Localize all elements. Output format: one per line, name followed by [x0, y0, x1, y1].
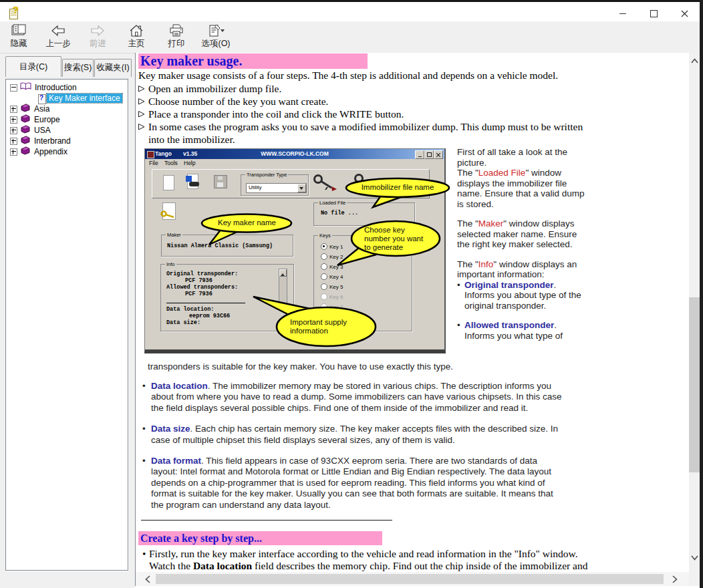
step-arrow-icon — [138, 86, 145, 92]
home-button[interactable]: 主页 — [122, 23, 151, 51]
tango-title-bar: Tango v1.35 WWW.SCORPIO-LK.COM — [145, 149, 444, 159]
scroll-up-icon — [279, 269, 287, 277]
help-file-icon: ? — [9, 7, 20, 19]
tab-contents[interactable]: 目录(C) — [5, 56, 61, 77]
tree-label: Appendix — [32, 147, 69, 156]
transponder-type-group: Transponder Type Utility — [241, 174, 309, 196]
expand-expander-icon[interactable] — [10, 148, 17, 156]
maker-ref: Maker — [478, 218, 504, 229]
scroll-right-icon[interactable] — [672, 575, 678, 583]
side-bullet: Allowed transponder. Informs you what ty… — [457, 320, 587, 341]
usage-steps: Open an immobilizer dump file. Choose nu… — [138, 82, 594, 146]
scroll-left-icon[interactable] — [145, 575, 150, 583]
expand-expander-icon[interactable] — [10, 138, 17, 145]
maximize-button[interactable] — [638, 4, 669, 23]
side-paragraph: The "Maker" window displays selected mak… — [457, 218, 587, 250]
horizontal-rule — [141, 520, 392, 521]
help-viewer-window: ? 隐藏 上一步 前进 — [0, 0, 703, 588]
transponder-type-label: Transponder Type — [245, 172, 288, 178]
side-explanation: First of all take a look at the picture.… — [457, 147, 587, 341]
minimize-button[interactable] — [607, 4, 638, 23]
info-label: Info — [165, 261, 176, 267]
tab-favorites[interactable]: 收藏夹(I) — [94, 59, 132, 77]
home-label: 主页 — [128, 39, 145, 48]
print-button[interactable]: 打印 — [162, 23, 191, 51]
closed-book-icon — [20, 146, 31, 157]
tree-item-asia[interactable]: Asia — [7, 104, 127, 114]
tab-search-label: 搜索(S) — [64, 63, 92, 72]
tree-item-key-maker-interface[interactable]: ? Key Maker interface — [7, 93, 127, 104]
tree-item-interbrand[interactable]: Interbrand — [7, 136, 127, 146]
horizontal-scroll-thumb[interactable] — [156, 574, 664, 584]
horizontal-scrollbar[interactable] — [136, 572, 689, 586]
tree-item-europe[interactable]: Europe — [7, 114, 127, 125]
tree-label-selected: Key Maker interface — [47, 94, 122, 103]
tree-label: Europe — [32, 115, 62, 124]
side-paragraph: The "Loaded File" window displays the im… — [457, 168, 587, 209]
forward-button: 前进 — [83, 23, 112, 51]
expand-expander-icon[interactable] — [10, 106, 17, 113]
collapse-expander-icon[interactable] — [10, 84, 17, 92]
tab-contents-label: 目录(C) — [19, 62, 47, 71]
navigation-pane: 目录(C) 搜索(S) 收藏夹(I) Introduction ? Key Ma… — [0, 53, 135, 588]
expand-expander-icon[interactable] — [10, 127, 17, 134]
desktop-edge-right — [700, 0, 703, 588]
open-file-icon — [187, 174, 198, 189]
tree-label: Introduction — [33, 83, 79, 92]
close-icon — [681, 10, 688, 17]
expand-expander-icon[interactable] — [10, 116, 17, 124]
info-line: Data location: — [166, 306, 214, 313]
step-arrow-icon — [138, 111, 145, 118]
step-item: In some cases the program asks you to sa… — [138, 120, 594, 146]
options-button[interactable]: 选项(O) — [196, 23, 235, 51]
transponder-type-combo: Utility — [246, 183, 307, 193]
back-arrow-icon — [51, 24, 65, 37]
back-label: 上一步 — [45, 39, 71, 48]
options-icon — [207, 24, 225, 37]
key-icon — [311, 173, 338, 193]
tango-maximize-icon — [424, 150, 434, 159]
tree-label: USA — [32, 126, 53, 135]
closed-book-icon — [20, 104, 31, 114]
info-line: PCF 7936 — [185, 291, 213, 297]
vertical-scroll-thumb[interactable] — [689, 297, 700, 472]
vertical-scrollbar[interactable] — [689, 53, 700, 586]
callout-important-supply-information: Important supply information — [249, 293, 382, 349]
step-arrow-icon — [138, 124, 145, 130]
info-line: eeprom 93C66 — [189, 313, 230, 319]
forward-arrow-icon — [90, 24, 105, 37]
closed-book-icon — [20, 136, 31, 146]
loaded-file-ref: Loaded File — [478, 168, 526, 178]
dropdown-caret-icon — [297, 184, 306, 192]
side-paragraph: First of all take a look at the picture. — [457, 147, 587, 168]
tango-menu-bar: File Tools Help — [145, 159, 444, 167]
print-label: 打印 — [168, 39, 185, 48]
info-divider — [166, 303, 245, 303]
tab-search[interactable]: 搜索(S) — [62, 59, 94, 77]
hide-button[interactable]: 隐藏 — [4, 23, 33, 51]
scroll-up-icon[interactable] — [691, 58, 698, 63]
wrap-continuation-text: transponders is suitable for the key mak… — [148, 361, 615, 372]
minimize-icon — [619, 13, 626, 14]
tango-screenshot-image: Tango v1.35 WWW.SCORPIO-LK.COM File Tool… — [144, 148, 446, 353]
tree-item-usa[interactable]: USA — [7, 125, 127, 136]
topic-content-pane: Key maker usage. Key maker usage consist… — [135, 53, 700, 586]
scroll-down-icon[interactable] — [691, 555, 698, 561]
hide-pane-icon — [11, 24, 27, 37]
tree-item-introduction[interactable]: Introduction — [7, 82, 127, 93]
tree-label: Asia — [32, 104, 51, 114]
step-arrow-icon — [138, 98, 145, 105]
help-page-icon: ? — [38, 94, 45, 103]
closed-book-icon — [20, 114, 31, 125]
close-button[interactable] — [669, 4, 700, 23]
callout-key-maker-name: Key maker name — [198, 213, 295, 247]
step-item: Place a transponder into the coil and cl… — [138, 108, 594, 120]
open-book-icon — [20, 82, 31, 93]
tree-item-appendix[interactable]: Appendix — [7, 146, 127, 157]
closed-book-icon — [20, 125, 31, 136]
tango-minimize-icon — [415, 150, 424, 159]
side-paragraph: The "Info" window displays an important … — [457, 259, 587, 280]
maximize-icon — [650, 10, 658, 17]
back-button[interactable]: 上一步 — [41, 23, 76, 51]
info-line: Data size: — [166, 319, 200, 326]
